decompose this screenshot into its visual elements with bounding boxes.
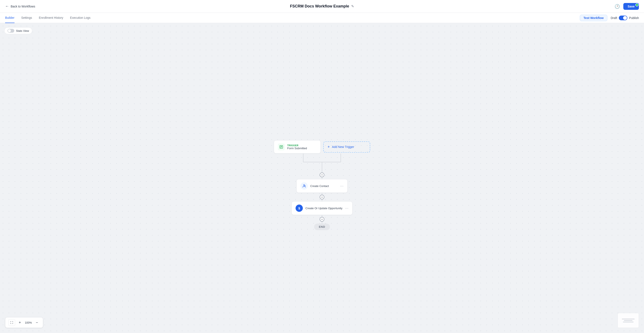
header-right: 🕐 Save bbox=[614, 3, 639, 10]
publish-label: Publish bbox=[629, 16, 639, 20]
zoom-in-button[interactable]: + bbox=[17, 319, 23, 325]
back-label: Back to Workflows bbox=[11, 5, 35, 8]
create-contact-card[interactable]: Create Contact ⋯ bbox=[296, 179, 348, 193]
tab-builder[interactable]: Builder bbox=[5, 13, 14, 23]
add-node-1[interactable]: + bbox=[320, 172, 324, 177]
publish-toggle[interactable] bbox=[619, 16, 627, 20]
draft-publish-toggle: Draft Publish bbox=[611, 16, 639, 20]
zoom-level: 100% bbox=[24, 321, 32, 324]
back-to-workflows[interactable]: ← Back to Workflows bbox=[5, 4, 35, 9]
opportunity-inner: $ Create Or Update Opportunity bbox=[296, 204, 342, 212]
stats-view-switch[interactable] bbox=[8, 29, 14, 33]
mini-map-line-1 bbox=[622, 319, 634, 319]
trigger-row: Trigger Form Submitted + Add New Trigger bbox=[274, 140, 370, 153]
create-update-opportunity-card[interactable]: $ Create Or Update Opportunity ⋯ bbox=[292, 201, 352, 215]
trigger-sublabel: Form Submitted bbox=[287, 147, 307, 150]
mini-map bbox=[618, 313, 639, 328]
mini-map-line-2 bbox=[624, 320, 632, 321]
test-workflow-button[interactable]: Test Workflow bbox=[580, 15, 607, 21]
stats-view-label: Stats View bbox=[16, 29, 29, 33]
tab-settings[interactable]: Settings bbox=[21, 13, 32, 23]
connector-3: + bbox=[322, 215, 322, 223]
tabs-left: Builder Settings Enrollment History Exec… bbox=[5, 13, 90, 23]
workflow-canvas: Stats View Trigger Form Submitted + bbox=[0, 23, 644, 333]
edit-icon[interactable]: ✎ bbox=[351, 4, 354, 8]
toggle-knob bbox=[623, 16, 627, 20]
trigger-card[interactable]: Trigger Form Submitted bbox=[274, 140, 321, 153]
contact-icon-svg bbox=[302, 184, 306, 188]
trigger-label-top: Trigger bbox=[287, 144, 307, 147]
back-arrow-icon: ← bbox=[5, 4, 9, 9]
end-node: END bbox=[314, 223, 330, 230]
create-contact-inner: Create Contact bbox=[300, 182, 338, 190]
create-contact-label: Create Contact bbox=[310, 184, 329, 188]
opportunity-label: Create Or Update Opportunity bbox=[305, 207, 342, 210]
create-contact-more-icon[interactable]: ⋯ bbox=[340, 184, 344, 188]
trigger-label-group: Trigger Form Submitted bbox=[287, 144, 307, 150]
stats-toggle-knob bbox=[8, 29, 11, 32]
stats-view-toggle[interactable]: Stats View bbox=[4, 27, 32, 34]
add-trigger-icon: + bbox=[328, 145, 330, 149]
workflow-title: FSCRM Docs Workflow Example bbox=[290, 4, 349, 9]
add-node-3[interactable]: + bbox=[320, 217, 324, 222]
nav-tabs: Builder Settings Enrollment History Exec… bbox=[0, 13, 644, 23]
expand-icon bbox=[10, 321, 13, 324]
trigger-icon bbox=[278, 143, 285, 150]
merge-svg bbox=[285, 153, 359, 171]
opportunity-icon: $ bbox=[296, 204, 303, 212]
expand-button[interactable] bbox=[8, 319, 15, 326]
header: ← Back to Workflows FSCRM Docs Workflow … bbox=[0, 0, 644, 13]
dollar-sign-icon: $ bbox=[298, 206, 300, 210]
add-trigger-card[interactable]: + Add New Trigger bbox=[323, 141, 370, 153]
mini-map-line-3 bbox=[623, 322, 634, 322]
save-button[interactable]: Save bbox=[623, 3, 639, 10]
zoom-toolbar: + 100% − bbox=[5, 317, 43, 328]
tab-execution-logs[interactable]: Execution Logs bbox=[70, 13, 91, 23]
svg-point-9 bbox=[304, 184, 305, 186]
workflow-nodes: Trigger Form Submitted + Add New Trigger bbox=[274, 140, 370, 230]
form-icon bbox=[279, 145, 283, 149]
zoom-out-button[interactable]: − bbox=[34, 319, 40, 325]
draft-label: Draft bbox=[611, 16, 617, 20]
connector-2: + bbox=[322, 193, 322, 201]
add-trigger-label: Add New Trigger bbox=[332, 145, 354, 149]
create-contact-icon bbox=[300, 182, 308, 190]
add-node-2[interactable]: + bbox=[320, 195, 324, 199]
header-center: FSCRM Docs Workflow Example ✎ bbox=[290, 4, 354, 9]
connector-1: + bbox=[322, 171, 322, 179]
tabs-right: Test Workflow Draft Publish bbox=[580, 15, 639, 21]
opportunity-more-icon[interactable]: ⋯ bbox=[345, 206, 348, 210]
tab-enrollment-history[interactable]: Enrollment History bbox=[39, 13, 63, 23]
merge-connector bbox=[296, 153, 348, 171]
history-icon[interactable]: 🕐 bbox=[614, 4, 620, 9]
